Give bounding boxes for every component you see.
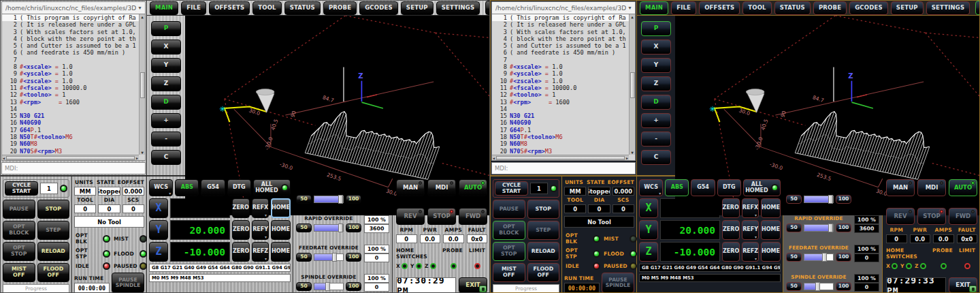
- scroll-down-icon[interactable]: ▼: [141, 150, 144, 155]
- g54-mode-button[interactable]: G54: [691, 179, 715, 196]
- gcode-line[interactable]: 14: [2, 106, 145, 112]
- stop-button[interactable]: STOP: [527, 200, 560, 219]
- menu-tool-button[interactable]: TOOL: [252, 1, 281, 15]
- x-axis-button[interactable]: X: [639, 198, 658, 218]
- y-ref-button[interactable]: REFY▾: [742, 220, 759, 240]
- z-view-button[interactable]: Z: [641, 76, 671, 91]
- scrollbar-thumb[interactable]: [630, 72, 635, 98]
- z-view-button[interactable]: Z: [151, 76, 181, 91]
- pause-spindle-button[interactable]: PAUSE SPINDLE: [112, 273, 144, 293]
- override-min-button[interactable]: 50: [786, 195, 802, 204]
- z-ref-button[interactable]: REFZ▾: [742, 242, 759, 262]
- spindle-slider[interactable]: [804, 283, 834, 290]
- max-velocity-slider[interactable]: [804, 196, 834, 203]
- gcode-line[interactable]: 18N50T#<toolno>M6: [2, 134, 145, 140]
- clear-plot-button[interactable]: C: [151, 150, 181, 165]
- scroll-up-icon[interactable]: ▲: [141, 14, 144, 19]
- spindle-slider[interactable]: [314, 283, 344, 290]
- gcode-line[interactable]: 9#<yscale> = 1.0: [492, 70, 635, 77]
- override-min-button[interactable]: 50: [296, 253, 312, 262]
- scrollbar-thumb[interactable]: [140, 72, 145, 98]
- gcode-line[interactable]: 13#<rpm> = 1600: [492, 99, 635, 106]
- gcode-line[interactable]: 9#<yscale> = 1.0: [2, 70, 145, 77]
- gcode-line[interactable]: 2( It is released here under a GPL: [2, 21, 145, 28]
- gcode-line[interactable]: 10#<zscale> = 1.0: [492, 78, 635, 84]
- mdi-input[interactable]: MDI:: [491, 162, 636, 174]
- rapid-slider[interactable]: [314, 224, 344, 232]
- mdi-mode-button[interactable]: MDI: [427, 179, 456, 196]
- gcode-line[interactable]: 18N50T#<toolno>M6: [492, 134, 635, 140]
- menu-main-button[interactable]: MAIN: [640, 1, 668, 15]
- gcode-line[interactable]: 11#<fscale> = 10000.0: [492, 84, 635, 91]
- gcode-line[interactable]: 19N60M8: [492, 140, 635, 147]
- override-max-button[interactable]: 100: [346, 282, 361, 291]
- zoom-in-button[interactable]: +: [641, 113, 671, 128]
- cycle-start-button[interactable]: CYCLE START: [5, 181, 38, 196]
- y-axis-button[interactable]: Y: [149, 220, 168, 240]
- spindle-fwd-button[interactable]: FWD: [459, 208, 487, 225]
- y-ref-button[interactable]: REFY▾: [252, 220, 269, 240]
- notifier-tray-icon[interactable]: [969, 286, 977, 292]
- clear-plot-button[interactable]: C: [641, 150, 671, 165]
- gcode-line[interactable]: 3( With scales factors set at 1.0,: [492, 29, 635, 35]
- machine-on-button[interactable]: MACHINE ON: [975, 1, 980, 15]
- slider-handle[interactable]: [822, 253, 827, 262]
- menu-offsets-button[interactable]: OFFSETS: [209, 1, 250, 15]
- gcode-line[interactable]: 8#<xscale> = 1.0: [492, 63, 635, 70]
- max-velocity-slider[interactable]: [314, 196, 344, 203]
- menu-status-button[interactable]: STATUS: [774, 1, 811, 15]
- opt-block-button[interactable]: OPT BLOCK: [493, 221, 525, 240]
- scroll-down-icon[interactable]: ▼: [631, 150, 634, 155]
- abs-mode-button[interactable]: ABS: [175, 179, 199, 196]
- menu-offsets-button[interactable]: OFFSETS: [699, 1, 740, 15]
- menu-gcodes-button[interactable]: GCODES: [849, 1, 888, 15]
- y-home-button[interactable]: HOME: [761, 220, 781, 240]
- menu-gcodes-button[interactable]: GCODES: [359, 1, 398, 15]
- flood-off-button[interactable]: FLOOD OFF: [527, 263, 560, 282]
- override-max-button[interactable]: 100: [836, 253, 851, 262]
- feedrate-slider[interactable]: [314, 253, 344, 261]
- reload-button[interactable]: RELOAD: [527, 242, 560, 261]
- y-zero-button[interactable]: ZERO: [232, 220, 250, 240]
- gcode-line[interactable]: 7: [2, 57, 145, 63]
- override-min-button[interactable]: 50: [296, 223, 312, 232]
- gcode-line[interactable]: 4( block with the zero point at th: [2, 35, 145, 42]
- mdi-mode-button[interactable]: MDI: [917, 179, 946, 196]
- cycle-count-spinner[interactable]: 1: [40, 183, 58, 194]
- manual-mode-button[interactable]: MAN: [396, 179, 425, 196]
- scrollbar-thumb[interactable]: [496, 156, 625, 160]
- menu-settings-button[interactable]: SETTINGS: [926, 1, 970, 15]
- mdi-input[interactable]: MDI:: [1, 162, 146, 174]
- manual-mode-button[interactable]: MAN: [886, 179, 915, 196]
- horizontal-scrollbar[interactable]: ◀▶: [2, 155, 139, 160]
- slider-handle[interactable]: [815, 282, 820, 291]
- menu-probe-button[interactable]: PROBE: [323, 1, 357, 15]
- machine-on-button[interactable]: MACHINE ON: [485, 1, 490, 15]
- override-min-button[interactable]: 50: [296, 195, 312, 204]
- gcode-line[interactable]: 20N70S#<rpm>M3: [2, 148, 145, 155]
- z-home-button[interactable]: HOME: [271, 242, 291, 262]
- gcode-line[interactable]: 12#<toolno> = 1: [2, 91, 145, 98]
- opt-block-button[interactable]: OPT BLOCK: [3, 221, 35, 240]
- stop-button[interactable]: STOP: [37, 200, 70, 219]
- feedrate-slider[interactable]: [804, 253, 834, 261]
- x-view-button[interactable]: X: [151, 40, 181, 55]
- override-min-button[interactable]: 50: [786, 223, 802, 232]
- gcode-line-selected[interactable]: 1( This program is copyright of Ra: [2, 14, 145, 21]
- gcode-line[interactable]: 17G64P.1: [492, 127, 635, 134]
- auto-mode-button[interactable]: AUTO: [949, 179, 977, 196]
- gcode-line[interactable]: 16N40G90: [492, 119, 635, 126]
- abs-mode-button[interactable]: ABS: [665, 179, 689, 196]
- menu-file-button[interactable]: FILE: [671, 1, 696, 15]
- chevron-down-icon[interactable]: ▾: [626, 5, 634, 11]
- spindle-rev-button[interactable]: REV: [886, 208, 915, 225]
- gcode-line[interactable]: 3( With scales factors set at 1.0,: [2, 29, 145, 35]
- gcode-line[interactable]: 11#<fscale> = 10000.0: [2, 84, 145, 91]
- gcode-line[interactable]: 4( block with the zero point at th: [492, 35, 635, 42]
- gcode-line[interactable]: 16N40G90: [2, 119, 145, 126]
- slider-handle[interactable]: [828, 223, 833, 232]
- override-max-button[interactable]: 100: [836, 195, 851, 204]
- z-zero-button[interactable]: ZERO: [232, 242, 250, 262]
- horizontal-scrollbar[interactable]: ◀▶: [492, 155, 629, 160]
- x-home-button[interactable]: HOME: [271, 198, 291, 218]
